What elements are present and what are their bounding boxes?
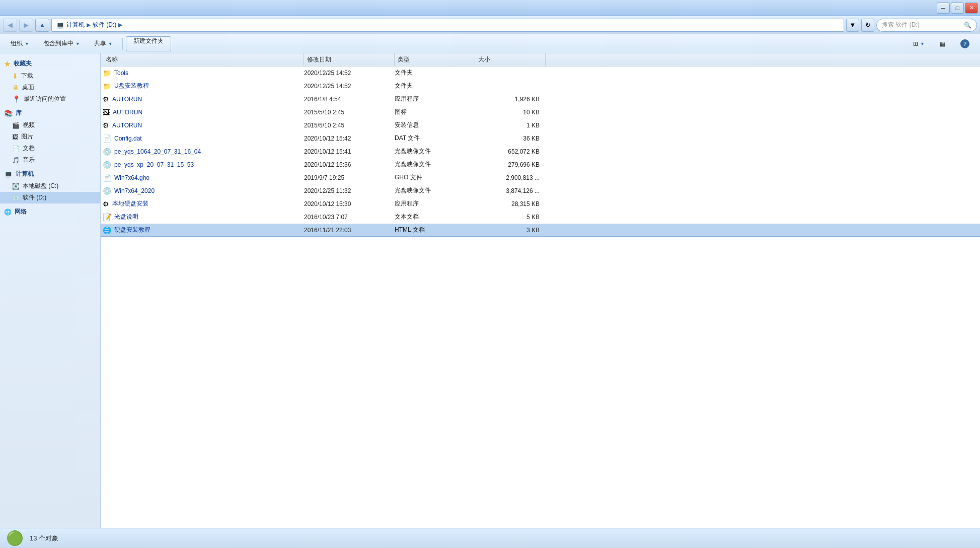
address-path[interactable]: 💻 计算机 ▶ 软件 (D:) ▶: [51, 19, 844, 32]
file-icon: ⚙: [103, 95, 109, 103]
dropdown-button[interactable]: ▼: [846, 19, 859, 32]
file-date: 2016/11/21 22:03: [304, 227, 395, 234]
table-row[interactable]: 📄 Win7x64.gho 2019/9/7 19:25 GHO 文件 2,90…: [101, 171, 980, 184]
minimize-button[interactable]: ─: [937, 3, 950, 14]
file-size: 2,900,813 ...: [475, 174, 546, 181]
file-icon: 🖼: [103, 108, 110, 116]
sidebar-favorites-header[interactable]: ★ 收藏夹: [0, 57, 100, 70]
table-row[interactable]: 💿 pe_yqs_xp_20_07_31_15_53 2020/10/12 15…: [101, 158, 980, 171]
sidebar-item-download[interactable]: ⬇ 下载: [0, 70, 100, 82]
back-button[interactable]: ◀: [3, 19, 17, 32]
share-button[interactable]: 共享 ▼: [88, 36, 119, 51]
sidebar-item-desktop[interactable]: 🖥 桌面: [0, 82, 100, 93]
table-row[interactable]: ⚙ AUTORUN 2015/5/10 2:45 安装信息 1 KB: [101, 119, 980, 132]
table-row[interactable]: 📁 U盘安装教程 2020/12/25 14:52 文件夹: [101, 80, 980, 93]
up-button[interactable]: ▲: [35, 19, 49, 32]
file-icon: 💿: [103, 187, 111, 195]
titlebar: ─ □ ✕: [0, 0, 980, 16]
sidebar-library-header[interactable]: 📚 库: [0, 107, 100, 119]
table-row[interactable]: 📝 光盘说明 2016/10/23 7:07 文本文档 5 KB: [101, 211, 980, 224]
close-button[interactable]: ✕: [965, 3, 978, 14]
video-label: 视频: [23, 121, 35, 129]
table-row[interactable]: 💿 pe_yqs_1064_20_07_31_16_04 2020/10/12 …: [101, 145, 980, 158]
file-date: 2020/12/25 14:52: [304, 70, 395, 77]
toolbar: 组织 ▼ 包含到库中 ▼ 共享 ▼ 新建文件夹 ⊞ ▼ ▦ ?: [0, 34, 980, 53]
col-header-name[interactable]: 名称: [103, 53, 304, 66]
file-icon: ⚙: [103, 121, 109, 129]
file-size: 28,315 KB: [475, 200, 546, 208]
file-name: U盘安装教程: [114, 82, 149, 90]
music-icon: 🎵: [12, 157, 20, 164]
file-name: 光盘说明: [114, 213, 138, 221]
table-row[interactable]: 🌐 硬盘安装教程 2016/11/21 22:03 HTML 文档 3 KB: [101, 224, 980, 237]
search-box[interactable]: 搜索 软件 (D:) 🔍: [876, 19, 977, 32]
file-icon: ⚙: [103, 200, 109, 208]
table-row[interactable]: ⚙ 本地硬盘安装 2020/10/12 15:30 应用程序 28,315 KB: [101, 197, 980, 211]
download-label: 下载: [21, 72, 33, 80]
table-row[interactable]: 📄 Config.dat 2020/10/12 15:42 DAT 文件 36 …: [101, 132, 980, 145]
preview-button[interactable]: ▦: [933, 36, 952, 51]
sidebar-item-doc[interactable]: 📄 文档: [0, 143, 100, 154]
breadcrumb-drive[interactable]: 软件 (D:): [93, 21, 116, 29]
file-size: 10 KB: [475, 109, 546, 116]
forward-button[interactable]: ▶: [19, 19, 33, 32]
statusbar: 🟢 13 个对象: [0, 528, 980, 548]
organize-label: 组织: [11, 39, 23, 48]
col-header-size[interactable]: 大小: [475, 53, 546, 66]
sidebar-item-video[interactable]: 🎬 视频: [0, 119, 100, 131]
addressbar: ◀ ▶ ▲ 💻 计算机 ▶ 软件 (D:) ▶ ▼ ↻ 搜索 软件 (D:) 🔍: [0, 16, 980, 34]
table-row[interactable]: 📁 Tools 2020/12/25 14:52 文件夹: [101, 66, 980, 80]
file-type: HTML 文档: [395, 226, 475, 234]
sidebar-item-picture[interactable]: 🖼 图片: [0, 131, 100, 143]
file-date: 2016/10/23 7:07: [304, 214, 395, 221]
breadcrumb-computer[interactable]: 计算机: [66, 21, 85, 29]
video-icon: 🎬: [12, 122, 20, 129]
col-header-type[interactable]: 类型: [395, 53, 475, 66]
sidebar-section-library: 📚 库 🎬 视频 🖼 图片 📄 文档 🎵 音乐: [0, 107, 100, 166]
search-placeholder: 搜索 软件 (D:): [882, 21, 964, 29]
sidebar-section-network: 🌐 网络: [0, 206, 100, 218]
desktop-icon: 🖥: [12, 84, 19, 92]
organize-button[interactable]: 组织 ▼: [4, 36, 36, 51]
file-date: 2016/1/8 4:54: [304, 96, 395, 103]
doc-icon: 📄: [12, 145, 20, 152]
sidebar-computer-header[interactable]: 💻 计算机: [0, 168, 100, 180]
file-type: 光盘映像文件: [395, 147, 475, 156]
refresh-button[interactable]: ↻: [861, 19, 874, 32]
file-icon: 🌐: [103, 226, 111, 234]
sidebar-network-header[interactable]: 🌐 网络: [0, 206, 100, 218]
file-date: 2019/9/7 19:25: [304, 174, 395, 181]
library-label: 库: [16, 109, 22, 117]
doc-label: 文档: [23, 144, 35, 153]
file-icon: 💿: [103, 161, 111, 169]
table-row[interactable]: 🖼 AUTORUN 2015/5/10 2:45 图标 10 KB: [101, 106, 980, 119]
file-name: Tools: [114, 70, 128, 77]
library-icon: 📚: [4, 109, 13, 117]
sidebar-item-d-drive[interactable]: 💿 软件 (D:): [0, 192, 100, 203]
file-size: 279,696 KB: [475, 161, 546, 168]
picture-icon: 🖼: [12, 133, 18, 141]
new-folder-button[interactable]: 新建文件夹: [126, 36, 171, 51]
sidebar-item-music[interactable]: 🎵 音乐: [0, 154, 100, 166]
table-row[interactable]: 💿 Win7x64_2020 2020/12/25 11:32 光盘映像文件 3…: [101, 184, 980, 197]
sidebar-item-recent[interactable]: 📍 最近访问的位置: [0, 93, 100, 105]
main-layout: ★ 收藏夹 ⬇ 下载 🖥 桌面 📍 最近访问的位置 📚 库 🎬: [0, 53, 980, 528]
maximize-button[interactable]: □: [951, 3, 964, 14]
toolbar-separator: [122, 38, 123, 50]
file-size: 652,072 KB: [475, 148, 546, 155]
help-icon: ?: [960, 39, 969, 48]
views-button[interactable]: ⊞ ▼: [907, 36, 931, 51]
file-type: 光盘映像文件: [395, 186, 475, 195]
file-icon: 📁: [103, 82, 111, 90]
file-icon: 📝: [103, 213, 111, 221]
help-button[interactable]: ?: [954, 36, 976, 51]
file-name: 本地硬盘安装: [112, 199, 148, 208]
sidebar-item-c-drive[interactable]: 💽 本地磁盘 (C:): [0, 180, 100, 192]
favorites-label: 收藏夹: [14, 59, 32, 68]
table-row[interactable]: ⚙ AUTORUN 2016/1/8 4:54 应用程序 1,926 KB: [101, 93, 980, 106]
favorites-icon: ★: [4, 60, 11, 68]
d-drive-label: 软件 (D:): [23, 193, 46, 202]
col-header-date[interactable]: 修改日期: [304, 53, 395, 66]
include-button[interactable]: 包含到库中 ▼: [37, 36, 87, 51]
computer-label: 计算机: [16, 170, 34, 178]
